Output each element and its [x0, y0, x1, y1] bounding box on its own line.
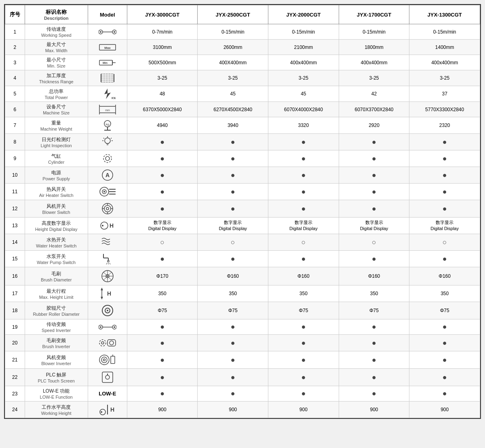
- spec-value: 3-25: [369, 75, 379, 81]
- dot-indicator: ●: [231, 188, 235, 196]
- row-value: 350: [409, 285, 480, 302]
- desc-en: Total Power: [26, 95, 86, 100]
- table-body: 1传动速度Working Speed0-7m/min0-15m/min0-15m…: [5, 24, 480, 418]
- desc-cn: 设备尺寸: [26, 104, 86, 110]
- desc-en: Light Inspection: [26, 143, 86, 148]
- row-value: 数字显示Digital Display: [127, 218, 198, 234]
- row-desc: 水热开关Water Heater Switch: [25, 234, 88, 251]
- spec-value: Φ75: [158, 308, 167, 313]
- desc-cn: 电源: [26, 169, 86, 176]
- row-value: ●: [268, 251, 339, 267]
- desc-en: Speed Inverter: [26, 328, 86, 333]
- spec-value: 48: [160, 91, 165, 97]
- row-value: ●: [127, 167, 198, 184]
- row-value: 0-15m/min: [339, 24, 409, 40]
- row-desc: 热风开关Air Heater Switch: [25, 184, 88, 200]
- row-value: 900: [409, 402, 480, 418]
- spec-value: 4940: [157, 123, 168, 128]
- row-value: 2600mm: [198, 40, 268, 55]
- table-row: 14水热开关Water Heater Switch○○○○○: [5, 234, 480, 251]
- row-value: ●: [339, 134, 409, 150]
- row-value: ●: [198, 150, 268, 167]
- row-num: 15: [5, 251, 25, 267]
- dot-indicator: ●: [301, 171, 306, 179]
- spec-value: 3940: [228, 123, 238, 128]
- row-value: ●: [268, 335, 339, 351]
- spec-value: 6270X4500X2840: [213, 107, 252, 112]
- row-value: ●: [198, 134, 268, 150]
- dot-indicator: ●: [443, 339, 447, 347]
- desc-cn: 总功率: [26, 88, 86, 95]
- header-jyx2500: JYX-2500CGT: [198, 5, 268, 24]
- row-icon: [88, 184, 127, 200]
- row-value: 0-15m/min: [198, 24, 268, 40]
- table-row: 13高度数字显示Height Digital DisplayH数字显示Digit…: [5, 218, 480, 234]
- dot-indicator: ●: [160, 389, 164, 397]
- svg-text:H: H: [110, 406, 114, 413]
- row-value: 6270X4500X2840: [198, 102, 268, 117]
- row-icon: [88, 319, 127, 335]
- dot-indicator: ●: [301, 323, 306, 331]
- desc-cn: 最小尺寸: [26, 57, 86, 63]
- row-value: ●: [339, 150, 409, 167]
- row-value: 400x400mm: [268, 55, 339, 70]
- row-desc: 重量Machine Weight: [25, 117, 88, 134]
- desc-en: PLC Touch Screen: [26, 378, 86, 383]
- svg-rect-90: [111, 356, 115, 363]
- row-desc: LOW-E 功能LOW-E Function: [25, 386, 88, 402]
- row-value: ●: [198, 386, 268, 402]
- circle-indicator: ○: [160, 238, 164, 246]
- svg-point-86: [110, 341, 114, 345]
- desc-en: Rubber Roller Diameter: [26, 312, 86, 317]
- spec-value: Φ160: [439, 273, 451, 279]
- row-value: ●: [127, 251, 198, 267]
- row-desc: 最大尺寸Max. Width: [25, 40, 88, 55]
- row-value: ●: [409, 134, 480, 150]
- spec-value: 0-7m/min: [152, 29, 173, 35]
- dot-indicator: ●: [231, 171, 235, 179]
- row-icon: kg: [88, 117, 127, 134]
- row-value: ●: [127, 369, 198, 386]
- svg-line-64: [110, 263, 110, 264]
- dot-indicator: ●: [372, 188, 376, 196]
- dot-indicator: ●: [231, 138, 235, 146]
- svg-point-83: [99, 340, 106, 346]
- row-value: ●: [409, 351, 480, 369]
- dot-indicator: ●: [301, 255, 306, 263]
- svg-point-44: [103, 191, 105, 192]
- dot-indicator: ●: [443, 188, 447, 196]
- spec-value: 3-25: [299, 75, 308, 81]
- row-value: Φ170: [127, 267, 198, 285]
- row-value: 2320: [409, 117, 480, 134]
- row-value: 3-25: [409, 70, 480, 86]
- svg-point-96: [101, 411, 102, 413]
- row-num: 19: [5, 319, 25, 335]
- svg-point-4: [114, 31, 115, 33]
- row-num: 7: [5, 117, 25, 134]
- spec-value: 3-25: [228, 75, 238, 81]
- spec-value: Φ160: [227, 273, 239, 279]
- row-icon: mm: [88, 102, 127, 117]
- row-value: ●: [409, 251, 480, 267]
- row-value: 6070X3700X2840: [339, 102, 409, 117]
- circle-indicator: ○: [443, 238, 447, 246]
- row-num: 20: [5, 335, 25, 351]
- row-num: 21: [5, 351, 25, 369]
- row-value: 500X500mm: [127, 55, 198, 70]
- spec-value: 400x400mm: [361, 60, 387, 66]
- row-icon: [88, 200, 127, 218]
- svg-point-89: [103, 359, 105, 361]
- digital-display-text: 数字显示Digital Display: [270, 220, 337, 232]
- digital-display-text: 数字显示Digital Display: [199, 220, 267, 232]
- spec-value: Φ170: [156, 273, 169, 279]
- svg-point-50: [106, 207, 109, 210]
- row-num: 14: [5, 234, 25, 251]
- row-value: 900: [127, 402, 198, 418]
- row-num: 13: [5, 218, 25, 234]
- row-value: 45: [268, 86, 339, 102]
- row-value: 1800mm: [339, 40, 409, 55]
- row-value: ●: [127, 134, 198, 150]
- row-desc: 总功率Total Power: [25, 86, 88, 102]
- table-row: 7重量Machine Weightkg49403940332029202320: [5, 117, 480, 134]
- table-row: 3最小尺寸Min. SizeMin500X500mm400X400mm400x4…: [5, 55, 480, 70]
